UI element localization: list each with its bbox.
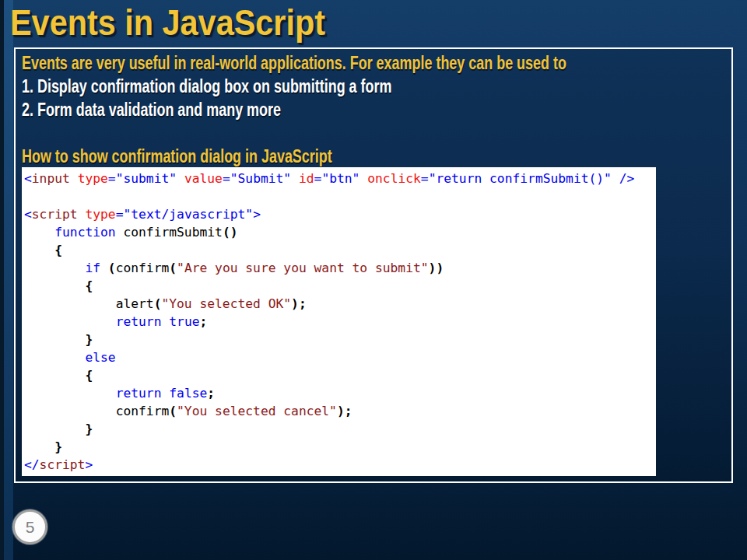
code-line: function confirmSubmit() xyxy=(24,223,656,241)
code-line: else xyxy=(24,348,656,366)
page-number: 5 xyxy=(26,518,35,537)
code-line: { xyxy=(24,366,656,384)
list-item-2: 2. Form data validation and many more xyxy=(22,98,725,121)
code-line: { xyxy=(24,241,656,259)
code-line: return true; xyxy=(24,313,656,331)
code-line: } xyxy=(24,438,656,456)
code-line: if (confirm("Are you sure you want to su… xyxy=(24,259,656,277)
slide: { "slide": { "title": "Events in JavaScr… xyxy=(0,0,747,560)
code-line: confirm("You selected cancel"); xyxy=(24,402,656,420)
code-line xyxy=(24,187,656,205)
code-block: <input type="submit" value="Submit" id="… xyxy=(22,167,656,476)
code-line: alert("You selected OK"); xyxy=(24,295,656,313)
slide-left-edge-light xyxy=(4,0,13,560)
code-line: </script> xyxy=(24,456,656,474)
code-line: <script type="text/javascript"> xyxy=(24,205,656,223)
code-line: { xyxy=(24,277,656,295)
slide-title: Events in JavaScript xyxy=(10,2,325,44)
subheading: How to show confirmation dialog in JavaS… xyxy=(22,145,725,168)
page-number-badge: 5 xyxy=(12,509,47,544)
code-line: return false; xyxy=(24,384,656,402)
blank-line xyxy=(22,121,725,145)
intro-line: Events are very useful in real-world app… xyxy=(22,51,725,75)
code-line: } xyxy=(24,331,656,348)
code-line: <input type="submit" value="Submit" id="… xyxy=(24,170,656,187)
list-item-1: 1. Display confirmation dialog box on su… xyxy=(22,75,725,98)
code-line: } xyxy=(24,420,656,438)
body-text: Events are very useful in real-world app… xyxy=(16,49,731,168)
